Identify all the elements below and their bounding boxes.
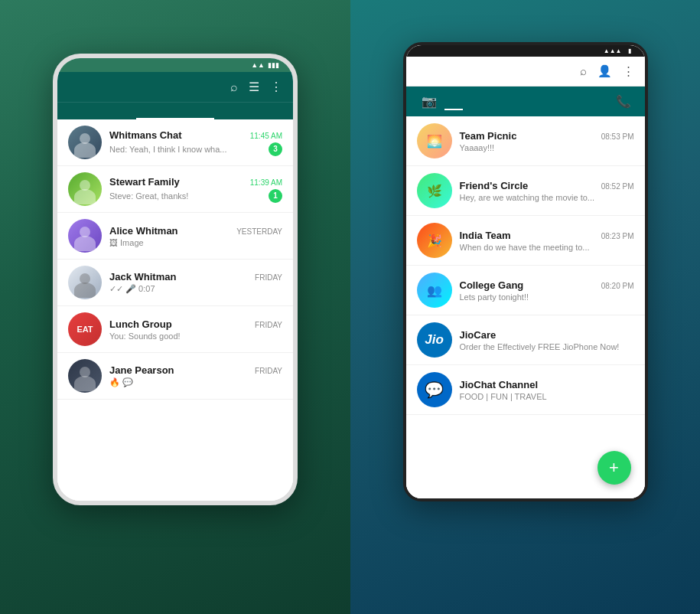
battery-icon: ▮▮▮ xyxy=(268,61,279,69)
more-icon[interactable]: ⋮ xyxy=(623,64,634,78)
jio-chat-item[interactable]: 🎉 India Team 08:23 PM When do we have th… xyxy=(406,216,645,266)
tab-calls[interactable] xyxy=(57,103,136,119)
jiochat-action-icons: ⌕ 👤 ⋮ xyxy=(580,64,634,78)
chat-preview: 🔥 💬 xyxy=(109,377,133,387)
jio-chat-preview: When do we have the meeting to... xyxy=(460,243,634,252)
phone-tab[interactable]: 📞 xyxy=(610,87,637,116)
tab-chats[interactable] xyxy=(136,103,215,119)
chat-item[interactable]: Jane Pearson FRIDAY 🔥 💬 xyxy=(57,353,293,400)
avatar xyxy=(68,126,102,159)
chat-item[interactable]: Alice Whitman YESTERDAY 🖼 Image xyxy=(57,213,293,260)
search-icon[interactable]: ⌕ xyxy=(580,64,587,78)
chat-time: FRIDAY xyxy=(255,321,282,329)
jio-chat-name: JioCare xyxy=(460,329,497,341)
jio-chat-item[interactable]: Jio JioCare Order the Effectively FREE J… xyxy=(406,315,645,365)
avatar xyxy=(68,219,102,253)
jio-avatar: 🎉 xyxy=(417,223,452,258)
chat-time: YESTERDAY xyxy=(236,227,282,236)
more-icon[interactable]: ⋮ xyxy=(270,80,282,94)
jio-chat-preview: FOOD | FUN | TRAVEL xyxy=(460,392,634,401)
jiochat-tabs: 📷 📞 xyxy=(406,87,645,116)
left-panel: ▲▲ ▮▮▮ ⌕ ☰ ⋮ xyxy=(0,0,350,614)
chat-name: Stewart Family xyxy=(109,176,180,188)
chat-name: Alice Whitman xyxy=(109,225,178,237)
chat-preview: Ned: Yeah, I think I know wha... xyxy=(109,145,226,154)
unread-badge: 3 xyxy=(269,142,282,156)
chat-name: Jack Whitman xyxy=(109,271,176,283)
jio-avatar: 👥 xyxy=(417,273,452,308)
jio-chat-name: Team Picnic xyxy=(460,130,517,142)
tab-contacts[interactable] xyxy=(214,103,293,119)
jio-chat-item[interactable]: 👥 College Gang 08:20 PM Lets party tonig… xyxy=(406,266,645,315)
whatsapp-phone: ▲▲ ▮▮▮ ⌕ ☰ ⋮ xyxy=(53,54,298,505)
jio-chat-preview: Order the Effectively FREE JioPhone Now! xyxy=(460,342,634,351)
chat-item[interactable]: Whitmans Chat 11:45 AM Ned: Yeah, I thin… xyxy=(57,119,293,166)
jio-chat-name: India Team xyxy=(460,230,511,241)
jio-chat-name: Friend's Circle xyxy=(460,180,529,191)
signal-icon: ▲▲▲ xyxy=(604,47,622,54)
jiochat-status-bar: ▲▲▲ ▮ xyxy=(406,45,645,57)
chat-preview: Steve: Great, thanks! xyxy=(109,191,188,201)
whatsapp-chat-list: Whitmans Chat 11:45 AM Ned: Yeah, I thin… xyxy=(57,119,293,501)
whatsapp-action-icons: ⌕ ☰ ⋮ xyxy=(230,80,282,94)
chat-item[interactable]: Jack Whitman FRIDAY ✓✓ 🎤 0:07 xyxy=(57,260,293,306)
chat-item[interactable]: Stewart Family 11:39 AM Steve: Great, th… xyxy=(57,166,293,213)
avatar xyxy=(68,266,102,299)
chat-time: FRIDAY xyxy=(255,273,282,282)
jio-chat-item[interactable]: 🌅 Team Picnic 08:53 PM Yaaaay!!! xyxy=(406,116,645,166)
camera-icon[interactable]: 📷 xyxy=(414,87,444,116)
jio-avatar: Jio xyxy=(417,322,452,358)
whatsapp-tabs xyxy=(57,102,293,119)
jio-chat-name: JioChat Channel xyxy=(460,379,539,390)
tab-stories[interactable] xyxy=(463,94,481,109)
jiochat-chat-list: 🌅 Team Picnic 08:53 PM Yaaaay!!! 🌿 Frien… xyxy=(406,116,645,498)
jiochat-header: ⌕ 👤 ⋮ xyxy=(406,57,645,87)
chat-time: FRIDAY xyxy=(255,367,282,375)
chat-content: Jane Pearson FRIDAY 🔥 💬 xyxy=(109,364,282,387)
avatar xyxy=(68,359,102,393)
right-panel: ▲▲▲ ▮ ⌕ 👤 ⋮ 📷 � xyxy=(350,0,700,614)
whatsapp-status-bar: ▲▲ ▮▮▮ xyxy=(57,58,293,72)
chat-content: Whitmans Chat 11:45 AM Ned: Yeah, I thin… xyxy=(109,129,282,156)
jio-chat-item[interactable]: 🌿 Friend's Circle 08:52 PM Hey, are we w… xyxy=(406,166,645,216)
avatar: EAT xyxy=(68,312,102,346)
jio-content: India Team 08:23 PM When do we have the … xyxy=(460,230,634,252)
tab-channels[interactable] xyxy=(481,94,500,109)
chat-content: Lunch Group FRIDAY You: Sounds good! xyxy=(109,318,282,341)
chat-name: Jane Pearson xyxy=(109,364,174,376)
jio-chat-preview: Lets party tonight!! xyxy=(460,292,634,302)
jio-chat-name: College Gang xyxy=(460,279,524,291)
jio-chat-time: 08:23 PM xyxy=(601,232,634,240)
whatsapp-header: ⌕ ☰ ⋮ xyxy=(57,72,293,102)
avatar xyxy=(68,172,102,206)
tab-chats[interactable] xyxy=(444,93,463,110)
jio-chat-preview: Yaaaay!!! xyxy=(460,143,634,152)
chat-content: Jack Whitman FRIDAY ✓✓ 🎤 0:07 xyxy=(109,271,282,294)
jio-content: Team Picnic 08:53 PM Yaaaay!!! xyxy=(460,130,634,152)
jio-chat-time: 08:52 PM xyxy=(601,182,634,191)
jio-content: JioChat Channel FOOD | FUN | TRAVEL xyxy=(460,379,634,401)
chat-time: 11:39 AM xyxy=(250,178,282,187)
status-indicators: ▲▲▲ ▮ xyxy=(604,47,634,54)
chat-name: Lunch Group xyxy=(109,318,172,330)
chat-content: Alice Whitman YESTERDAY 🖼 Image xyxy=(109,225,282,247)
chat-preview: 🖼 Image xyxy=(109,238,144,247)
jio-content: JioCare Order the Effectively FREE JioPh… xyxy=(460,329,634,351)
fab-button[interactable]: + xyxy=(597,451,631,485)
jio-avatar: 🌿 xyxy=(417,173,452,208)
wifi-icon: ▲▲ xyxy=(251,61,265,69)
jio-chat-time: 08:53 PM xyxy=(601,132,634,141)
chat-item[interactable]: EAT Lunch Group FRIDAY You: Sounds good! xyxy=(57,306,293,353)
jio-avatar: 🌅 xyxy=(417,123,452,158)
chat-preview: ✓✓ 🎤 0:07 xyxy=(109,284,155,294)
chat-time: 11:45 AM xyxy=(250,132,282,140)
compose-icon[interactable]: ☰ xyxy=(249,80,259,94)
battery-indicator: ▮ xyxy=(628,47,631,54)
chat-content: Stewart Family 11:39 AM Steve: Great, th… xyxy=(109,176,282,203)
jio-chat-item[interactable]: 💬 JioChat Channel FOOD | FUN | TRAVEL xyxy=(406,365,645,415)
chat-preview: You: Sounds good! xyxy=(109,331,181,341)
contacts-icon[interactable]: 👤 xyxy=(597,64,612,78)
chat-name: Whitmans Chat xyxy=(109,129,182,141)
search-icon[interactable]: ⌕ xyxy=(230,80,238,94)
jio-avatar: 💬 xyxy=(417,372,452,407)
